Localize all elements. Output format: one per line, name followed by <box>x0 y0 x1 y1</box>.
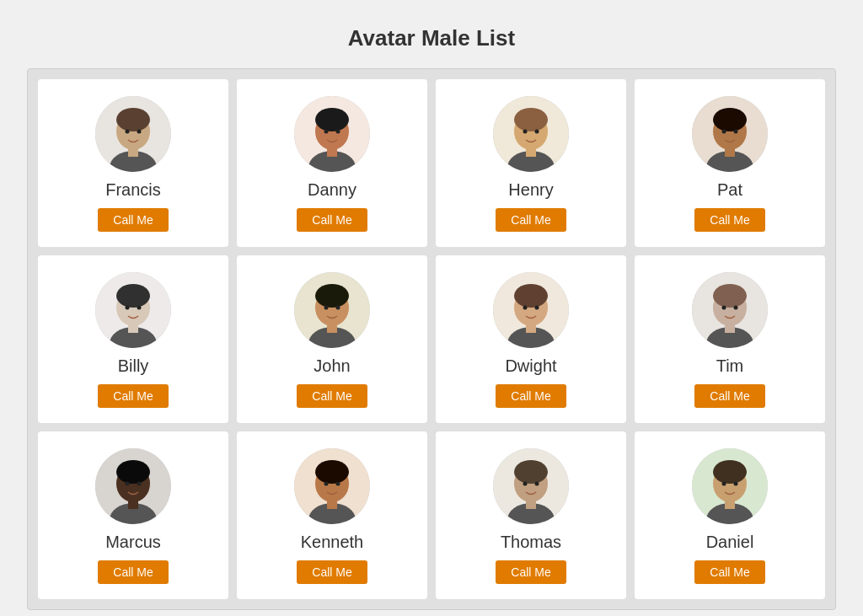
svg-point-55 <box>734 306 738 310</box>
call-btn-marcus[interactable]: Call Me <box>98 560 168 584</box>
call-btn-henry[interactable]: Call Me <box>496 208 566 232</box>
avatar-thomas <box>493 448 569 524</box>
card-daniel: DanielCall Me <box>635 431 825 599</box>
svg-point-25 <box>713 108 747 131</box>
svg-point-41 <box>336 306 340 310</box>
svg-point-67 <box>315 460 349 484</box>
call-btn-daniel[interactable]: Call Me <box>694 560 764 584</box>
name-tim: Tim <box>716 356 744 376</box>
card-dwight: DwightCall Me <box>436 255 626 423</box>
svg-point-33 <box>126 306 130 310</box>
call-btn-tim[interactable]: Call Me <box>694 384 764 408</box>
avatar-grid: FrancisCall MeDannyCall MeHenryCall MePa… <box>27 68 836 610</box>
svg-point-27 <box>734 130 738 134</box>
call-btn-billy[interactable]: Call Me <box>98 384 168 408</box>
svg-point-69 <box>336 482 340 486</box>
svg-point-34 <box>137 306 142 310</box>
avatar-henry <box>493 96 569 172</box>
name-pat: Pat <box>717 180 742 200</box>
card-john: JohnCall Me <box>237 255 427 423</box>
card-billy: BillyCall Me <box>38 255 228 423</box>
name-john: John <box>314 356 350 376</box>
svg-point-6 <box>137 130 142 134</box>
name-dwight: Dwight <box>505 356 556 376</box>
svg-point-48 <box>535 306 539 310</box>
card-marcus: MarcusCall Me <box>38 431 228 599</box>
call-btn-danny[interactable]: Call Me <box>297 208 367 232</box>
svg-point-75 <box>523 482 528 486</box>
card-danny: DannyCall Me <box>237 79 427 247</box>
card-thomas: ThomasCall Me <box>436 431 626 599</box>
avatar-tim <box>692 272 768 348</box>
avatar-dwight <box>493 272 569 348</box>
svg-point-13 <box>336 130 340 134</box>
svg-point-47 <box>523 306 528 310</box>
name-francis: Francis <box>105 180 161 200</box>
name-billy: Billy <box>118 356 149 376</box>
card-tim: TimCall Me <box>635 255 825 423</box>
page-title: Avatar Male List <box>27 25 836 51</box>
svg-point-74 <box>514 460 548 484</box>
call-btn-thomas[interactable]: Call Me <box>496 560 566 584</box>
call-btn-john[interactable]: Call Me <box>297 384 367 408</box>
page-wrapper: Avatar Male List FrancisCall MeDannyCall… <box>27 25 836 610</box>
avatar-kenneth <box>294 448 370 524</box>
name-kenneth: Kenneth <box>301 533 364 552</box>
avatar-pat <box>692 96 768 172</box>
svg-point-19 <box>523 130 528 134</box>
svg-point-46 <box>514 284 548 308</box>
avatar-marcus <box>95 448 171 524</box>
name-thomas: Thomas <box>501 533 561 552</box>
name-marcus: Marcus <box>105 533 161 552</box>
svg-point-76 <box>535 482 539 486</box>
card-kenneth: KennethCall Me <box>237 431 427 599</box>
avatar-daniel <box>692 448 768 524</box>
call-btn-kenneth[interactable]: Call Me <box>297 560 367 584</box>
avatar-danny <box>294 96 370 172</box>
svg-point-39 <box>315 284 349 308</box>
svg-point-40 <box>324 306 329 310</box>
name-henry: Henry <box>508 180 553 200</box>
svg-point-62 <box>137 482 142 486</box>
name-danny: Danny <box>308 180 356 200</box>
svg-point-18 <box>514 108 548 131</box>
svg-point-61 <box>126 482 130 486</box>
call-btn-pat[interactable]: Call Me <box>694 208 764 232</box>
svg-point-83 <box>734 482 738 486</box>
svg-point-20 <box>535 130 539 134</box>
svg-point-12 <box>324 130 329 134</box>
card-pat: PatCall Me <box>635 79 825 247</box>
name-daniel: Daniel <box>706 533 754 552</box>
svg-point-81 <box>713 460 747 484</box>
avatar-billy <box>95 272 171 348</box>
svg-point-5 <box>126 130 130 134</box>
card-francis: FrancisCall Me <box>38 79 228 247</box>
svg-point-32 <box>116 284 150 308</box>
avatar-francis <box>95 96 171 172</box>
svg-point-53 <box>713 284 747 308</box>
svg-point-11 <box>315 108 349 131</box>
svg-point-4 <box>116 108 150 131</box>
call-btn-dwight[interactable]: Call Me <box>496 384 566 408</box>
avatar-john <box>294 272 370 348</box>
svg-point-68 <box>324 482 329 486</box>
svg-point-26 <box>722 130 726 134</box>
svg-point-82 <box>722 482 726 486</box>
call-btn-francis[interactable]: Call Me <box>98 208 168 232</box>
svg-point-54 <box>722 306 726 310</box>
card-henry: HenryCall Me <box>436 79 626 247</box>
svg-point-60 <box>116 460 150 484</box>
